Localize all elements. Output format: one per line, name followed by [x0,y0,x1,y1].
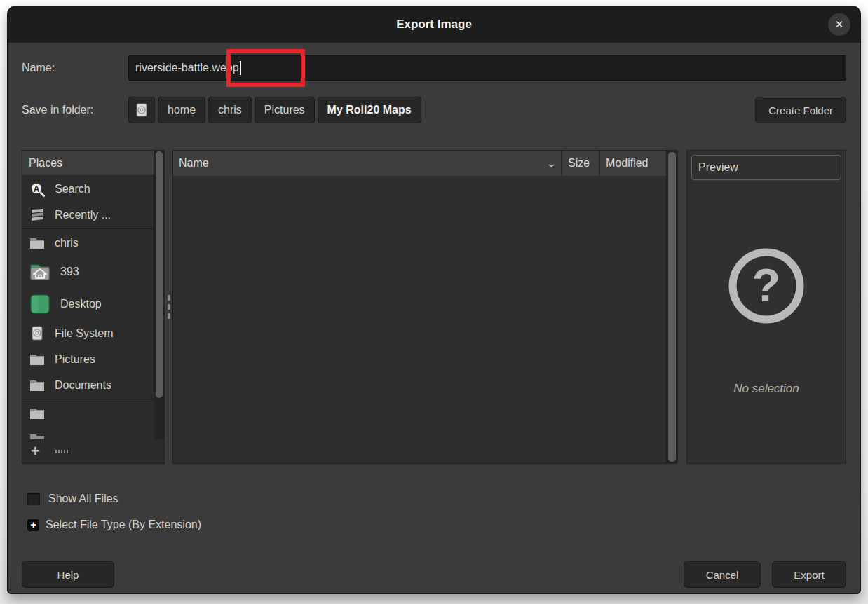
places-scrollbar-thumb[interactable] [156,151,163,398]
create-folder-button[interactable]: Create Folder [755,97,846,123]
question-mark-icon: ? [725,245,808,327]
show-all-files-label: Show All Files [48,493,118,505]
places-separator [22,399,154,399]
place-item-pictures[interactable]: Pictures [22,346,154,372]
file-list-body[interactable] [173,176,666,463]
preview-panel: Preview ? No selection [686,150,846,464]
folder-icon [29,377,46,394]
name-row: Name: riverside-battle.webp [22,55,846,81]
export-image-dialog: Export Image ✕ Name: riverside-battle.we… [7,6,861,594]
search-icon: A [29,181,46,198]
main-area: Places A Search Recently ... [22,150,846,464]
places-actions: + [22,439,164,463]
svg-text:?: ? [752,259,780,311]
file-list-header: Name ⌄ Size Modified [173,151,666,176]
place-label: Pictures [55,353,95,366]
chevron-down-icon: ⌄ [546,158,557,169]
column-header-modified[interactable]: Modified [600,151,666,176]
place-label: chris [55,237,79,249]
place-item-home[interactable]: 393 [22,256,154,288]
close-icon[interactable]: ✕ [828,13,850,36]
place-item-search[interactable]: A Search [22,176,154,202]
drive-icon [134,102,149,118]
places-list: A Search Recently ... chris [22,176,154,439]
save-in-folder-label: Save in folder: [22,104,128,116]
save-in-folder-row: Save in folder: home chris Pictures My R… [22,96,846,124]
file-list-panel: Name ⌄ Size Modified [172,150,678,464]
filename-input[interactable]: riverside-battle.webp [128,55,846,81]
breadcrumb-filesystem-button[interactable] [128,97,155,123]
place-label: Recently ... [55,209,111,221]
preview-empty-text: No selection [733,382,799,396]
name-label: Name: [22,62,128,74]
cancel-button[interactable]: Cancel [684,561,761,588]
places-panel: Places A Search Recently ... [22,150,165,464]
column-label-name: Name [179,157,209,170]
place-label: 393 [60,266,79,278]
place-item-documents[interactable]: Documents [22,372,154,398]
column-header-size[interactable]: Size [562,151,599,176]
place-item-chris[interactable]: chris [22,230,154,256]
places-scrollbar[interactable] [154,151,164,439]
column-label-modified: Modified [606,157,648,170]
pane-splitter-handle[interactable] [165,150,172,464]
remove-place-button[interactable] [55,450,68,453]
titlebar[interactable]: Export Image ✕ [8,6,860,43]
breadcrumb: home chris Pictures My Roll20 Maps [128,97,421,123]
filename-value: riverside-battle.webp [135,62,239,74]
dialog-action-row: Help Cancel Export [22,561,846,588]
places-separator [22,228,154,229]
place-item-music[interactable] [22,400,154,426]
place-label: File System [55,327,114,340]
recent-icon [29,207,46,224]
desktop-icon [29,293,51,315]
preview-header: Preview [691,155,841,180]
column-header-name[interactable]: Name ⌄ [173,151,561,176]
folder-icon [29,431,46,440]
place-label: Search [55,183,90,195]
place-label: Documents [55,379,111,392]
file-list-scrollbar[interactable] [666,151,677,463]
help-button[interactable]: Help [22,561,114,588]
folder-icon [29,405,46,422]
home-folder-icon [29,261,51,283]
place-item-desktop[interactable]: Desktop [22,288,154,320]
place-item-recent[interactable]: Recently ... [22,202,154,228]
export-button[interactable]: Export [772,561,846,588]
dialog-title: Export Image [396,18,472,32]
add-place-button[interactable]: + [31,444,40,459]
breadcrumb-pictures-button[interactable]: Pictures [255,97,315,123]
place-item-clipped [22,426,154,439]
place-label: Desktop [60,298,102,310]
drive-icon [29,325,46,342]
file-type-expander-label[interactable]: Select File Type (By Extension) [46,519,201,531]
folder-icon [29,351,46,368]
file-type-expander-row: + Select File Type (By Extension) [27,516,201,534]
breadcrumb-home-button[interactable]: home [158,97,205,123]
breadcrumb-current-folder-button[interactable]: My Roll20 Maps [318,97,421,123]
breadcrumb-chris-button[interactable]: chris [208,97,252,123]
folder-icon [29,235,46,252]
place-item-filesystem[interactable]: File System [22,320,154,346]
text-caret [240,61,241,75]
show-all-files-row: Show All Files [27,490,118,508]
svg-text:A: A [34,184,40,193]
places-header: Places [22,151,154,176]
show-all-files-checkbox[interactable] [27,493,40,505]
column-label-size: Size [568,157,590,170]
expander-plus-icon[interactable]: + [27,519,39,531]
file-list-scrollbar-thumb[interactable] [668,152,676,462]
